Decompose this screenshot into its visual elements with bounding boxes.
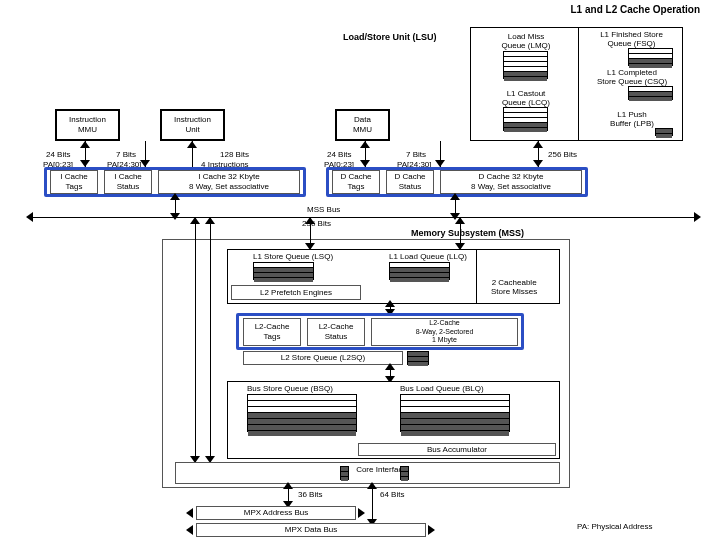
arrow: [26, 212, 33, 222]
core-q1: [340, 466, 349, 480]
7bits-left: 7 Bits: [116, 150, 136, 159]
arrow: [533, 141, 543, 148]
arrow: [80, 160, 90, 167]
lsu-divider: [578, 27, 579, 141]
blq-label: Bus Load Queue (BLQ): [400, 384, 484, 393]
l1-divider: [476, 249, 477, 304]
l2-main: L2-Cache 8-Way, 2-Sectored 1 Mbyte: [371, 318, 518, 346]
arrow: [80, 141, 90, 148]
fsq-queue: [628, 48, 673, 66]
icache-status: I Cache Status: [104, 170, 152, 194]
csq-queue: [628, 86, 673, 100]
lsu-title: Load/Store Unit (LSU): [343, 32, 437, 42]
arrow: [435, 160, 445, 167]
arrow: [533, 160, 543, 167]
arrow: [360, 141, 370, 148]
mss-title: Memory Subsystem (MSS): [411, 228, 524, 238]
24bits-right: 24 Bits: [327, 150, 351, 159]
icache-main: I Cache 32 Kbyte 8 Way, Set associative: [158, 170, 300, 194]
instr-unit-box: Instruction Unit: [160, 109, 225, 141]
lsq-queue: [253, 262, 314, 280]
pa-note: PA: Physical Address: [577, 522, 652, 531]
v-line: [195, 217, 196, 462]
arrow: [305, 217, 315, 224]
bsq-queue: [247, 394, 357, 432]
llq-queue: [389, 262, 450, 280]
lpb-queue: [655, 128, 673, 136]
mss-bus-line: [30, 217, 698, 218]
256bits: 256 Bits: [548, 150, 577, 159]
mpx-addr-bus: MPX Address Bus: [196, 506, 356, 520]
arrow: [187, 141, 197, 148]
lmq-title: Load MissQueue (LMQ): [496, 32, 556, 50]
arrow: [455, 217, 465, 224]
arrow: [186, 508, 193, 518]
arrow: [694, 212, 701, 222]
bsq-label: Bus Store Queue (BSQ): [247, 384, 333, 393]
7bits-right: 7 Bits: [406, 150, 426, 159]
mss-bus-label: MSS Bus: [307, 205, 340, 214]
arrow: [283, 482, 293, 489]
arrow: [385, 363, 395, 370]
core-interface: Core Interface: [175, 462, 560, 484]
l2-tags: L2-Cache Tags: [243, 318, 301, 346]
arrow: [190, 217, 200, 224]
data-mmu-box: Data MMU: [335, 109, 390, 141]
l2-status: L2-Cache Status: [307, 318, 365, 346]
arrow: [170, 193, 180, 200]
v-line: [210, 217, 211, 462]
dcache-status: D Cache Status: [386, 170, 434, 194]
dcache-main: D Cache 32 Kbyte 8 Way, Set associative: [440, 170, 582, 194]
128bits: 128 Bits: [220, 150, 249, 159]
arrow: [205, 217, 215, 224]
arrow: [367, 482, 377, 489]
bus-accum: Bus Accumulator: [358, 443, 556, 456]
l2sq-box: L2 Store Queue (L2SQ): [243, 351, 403, 365]
arrow: [450, 193, 460, 200]
page-title: L1 and L2 Cache Operation: [571, 4, 700, 15]
lmq-queue: [503, 51, 548, 79]
v-line: [372, 484, 373, 524]
arrow: [186, 525, 193, 535]
instr-mmu-box: Instruction MMU: [55, 109, 120, 141]
arrow: [170, 213, 180, 220]
csm-label: 2 Cacheable Store Misses: [491, 278, 537, 296]
arrow: [385, 300, 395, 307]
lcq-title: L1 CastoutQueue (LCQ): [496, 89, 556, 107]
csq-title: L1 CompletedStore Queue (CSQ): [587, 68, 677, 86]
core-q2: [400, 466, 409, 480]
lcq-queue: [503, 107, 548, 131]
arrow: [360, 160, 370, 167]
lpb-title: L1 PushBuffer (LPB): [587, 110, 677, 128]
mpx-data-bus: MPX Data Bus: [196, 523, 426, 537]
icache-tags: I Cache Tags: [50, 170, 98, 194]
arrow: [358, 508, 365, 518]
blq-queue: [400, 394, 510, 432]
64bits: 64 Bits: [380, 490, 404, 499]
24bits-left: 24 Bits: [46, 150, 70, 159]
dcache-tags: D Cache Tags: [332, 170, 380, 194]
36bits: 36 Bits: [298, 490, 322, 499]
pfe-box: L2 Prefetch Engines: [231, 285, 361, 300]
arrow: [428, 525, 435, 535]
l2sq-queue: [407, 351, 429, 365]
llq-label: L1 Load Queue (LLQ): [389, 252, 467, 261]
arrow: [140, 160, 150, 167]
lsq-label: L1 Store Queue (LSQ): [253, 252, 333, 261]
fsq-title: L1 Finished StoreQueue (FSQ): [584, 30, 679, 48]
